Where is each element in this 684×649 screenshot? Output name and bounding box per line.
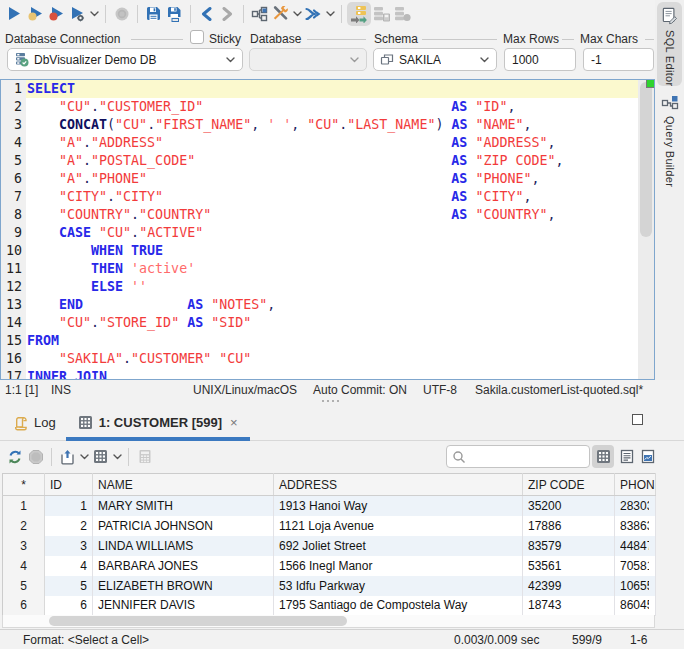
back-button[interactable] bbox=[196, 3, 217, 25]
grid-column-header[interactable]: ZIP CODE bbox=[523, 474, 615, 496]
redirect-output-button[interactable] bbox=[303, 3, 324, 25]
row-number[interactable]: 2 bbox=[3, 516, 45, 536]
grid-column-header[interactable]: ID bbox=[45, 474, 93, 496]
grid-cell[interactable]: 1913 Hanoi Way bbox=[274, 496, 523, 516]
row-number[interactable]: 1 bbox=[3, 496, 45, 516]
grid-cell[interactable]: 28303 bbox=[615, 496, 656, 516]
text-view-toggle[interactable] bbox=[616, 445, 638, 468]
editor-line[interactable]: 7 "CITY"."CITY" AS "CITY", bbox=[1, 188, 638, 206]
refresh-button[interactable] bbox=[4, 446, 25, 468]
editor-line[interactable]: 3 CONCAT("CU"."FIRST_NAME", ' ', "CU"."L… bbox=[1, 116, 638, 134]
export-button[interactable] bbox=[57, 446, 78, 468]
stop-button[interactable] bbox=[111, 3, 132, 25]
sql-history-button[interactable] bbox=[249, 3, 270, 25]
rollback-button[interactable] bbox=[392, 3, 413, 25]
chart-view-toggle[interactable] bbox=[637, 445, 659, 468]
grid-cell[interactable]: 83863 bbox=[615, 516, 656, 536]
tab-result-customer[interactable]: 1: CUSTOMER [599] × bbox=[66, 405, 250, 441]
grid-cell[interactable]: 692 Joliet Street bbox=[274, 536, 523, 556]
export-dropdown[interactable] bbox=[78, 446, 90, 468]
grid-column-header[interactable]: ADDRESS bbox=[274, 474, 523, 496]
execute-with-options-button[interactable] bbox=[67, 3, 88, 25]
editor-line[interactable]: 9 CASE "CU"."ACTIVE" bbox=[1, 224, 638, 242]
tab-sql-editor[interactable]: SQL Editor bbox=[657, 2, 682, 86]
grid-cell[interactable]: 70581 bbox=[615, 556, 656, 576]
max-rows-input[interactable]: 1000 bbox=[504, 48, 576, 71]
row-number[interactable]: 3 bbox=[3, 536, 45, 556]
editor-line[interactable]: 13 END AS "NOTES", bbox=[1, 296, 638, 314]
grid-cell[interactable]: 17886 bbox=[523, 516, 615, 536]
tools-dropdown[interactable] bbox=[291, 3, 303, 25]
forward-button[interactable] bbox=[217, 3, 238, 25]
grid-cell[interactable]: 10655 bbox=[615, 576, 656, 596]
grid-options-button[interactable] bbox=[90, 446, 111, 468]
editor-line[interactable]: 8 "COUNTRY"."COUNTRY" AS "COUNTRY", bbox=[1, 206, 638, 224]
editor-line[interactable]: 2 "CU"."CUSTOMER_ID" AS "ID", bbox=[1, 98, 638, 116]
tab-query-builder[interactable]: Query Builder bbox=[657, 89, 682, 193]
grid-cell[interactable]: 53561 bbox=[523, 556, 615, 576]
max-chars-input[interactable]: -1 bbox=[583, 48, 654, 71]
sticky-checkbox[interactable] bbox=[190, 30, 204, 44]
grid-cell[interactable]: 1 bbox=[45, 496, 93, 516]
row-number[interactable]: 6 bbox=[3, 596, 45, 616]
grid-cell[interactable]: 86045 bbox=[615, 596, 656, 616]
grid-cell[interactable]: 1795 Santiago de Compostela Way bbox=[274, 596, 523, 616]
execute-options-dropdown[interactable] bbox=[88, 3, 100, 25]
grid-column-header[interactable]: PHONE bbox=[615, 474, 656, 496]
editor-line[interactable]: 4 "A"."ADDRESS" AS "ADDRESS", bbox=[1, 134, 638, 152]
grid-cell[interactable]: 35200 bbox=[523, 496, 615, 516]
grid-cell[interactable]: 44847 bbox=[615, 536, 656, 556]
grid-horizontal-scrollbar[interactable] bbox=[2, 615, 655, 628]
editor-line[interactable]: 1SELECT bbox=[1, 80, 638, 98]
editor-line[interactable]: 17INNER JOIN bbox=[1, 368, 638, 380]
schema-select[interactable]: SAKILA bbox=[373, 48, 497, 71]
editor-line[interactable]: 12 ELSE '' bbox=[1, 278, 638, 296]
save-button[interactable] bbox=[143, 3, 164, 25]
execute-button[interactable] bbox=[4, 3, 25, 25]
editor-scrollbar-thumb[interactable] bbox=[640, 82, 652, 237]
grid-cell[interactable]: 3 bbox=[45, 536, 93, 556]
maximize-pane-button[interactable] bbox=[632, 414, 643, 425]
tools-button[interactable] bbox=[270, 3, 291, 25]
grid-cell[interactable]: JENNIFER DAVIS bbox=[93, 596, 274, 616]
sql-editor[interactable]: 1SELECT2 "CU"."CUSTOMER_ID" AS "ID",3 CO… bbox=[0, 79, 655, 380]
grid-cell[interactable]: 42399 bbox=[523, 576, 615, 596]
editor-line[interactable]: 11 THEN 'active' bbox=[1, 260, 638, 278]
grid-cell[interactable]: PATRICIA JOHNSON bbox=[93, 516, 274, 536]
grid-cell[interactable]: 6 bbox=[45, 596, 93, 616]
grid-view-toggle[interactable] bbox=[592, 445, 614, 468]
grid-cell[interactable]: 5 bbox=[45, 576, 93, 596]
connection-select[interactable]: DbVisualizer Demo DB bbox=[7, 48, 243, 71]
grid-cell[interactable]: ELIZABETH BROWN bbox=[93, 576, 274, 596]
editor-line[interactable]: 6 "A"."PHONE" AS "PHONE", bbox=[1, 170, 638, 188]
grid-cell[interactable]: 4 bbox=[45, 556, 93, 576]
grid-cell[interactable]: BARBARA JONES bbox=[93, 556, 274, 576]
grid-column-header[interactable]: NAME bbox=[93, 474, 274, 496]
stop-load-button[interactable] bbox=[25, 446, 46, 468]
calculator-button[interactable] bbox=[134, 446, 155, 468]
result-search-input[interactable] bbox=[446, 445, 590, 468]
editor-line[interactable]: 16 "SAKILA"."CUSTOMER" "CU" bbox=[1, 350, 638, 368]
editor-scrollbar[interactable] bbox=[638, 80, 654, 379]
grid-cell[interactable]: 83579 bbox=[523, 536, 615, 556]
database-select[interactable] bbox=[249, 48, 367, 71]
execute-buffer-button[interactable] bbox=[46, 3, 67, 25]
editor-line[interactable]: 5 "A"."POSTAL_CODE" AS "ZIP CODE", bbox=[1, 152, 638, 170]
commit-button[interactable] bbox=[371, 3, 392, 25]
grid-cell[interactable]: 1566 Inegl Manor bbox=[274, 556, 523, 576]
grid-cell[interactable]: MARY SMITH bbox=[93, 496, 274, 516]
tab-log[interactable]: Log bbox=[0, 405, 66, 441]
execute-current-button[interactable] bbox=[25, 3, 46, 25]
redirect-dropdown[interactable] bbox=[324, 3, 336, 25]
close-tab-icon[interactable]: × bbox=[230, 415, 238, 430]
grid-cell[interactable]: 53 Idfu Parkway bbox=[274, 576, 523, 596]
editor-line[interactable]: 10 WHEN TRUE bbox=[1, 242, 638, 260]
grid-cell[interactable]: LINDA WILLIAMS bbox=[93, 536, 274, 556]
grid-cell[interactable]: 18743 bbox=[523, 596, 615, 616]
grid-options-dropdown[interactable] bbox=[111, 446, 123, 468]
grid-hscroll-thumb[interactable] bbox=[49, 616, 347, 626]
save-as-button[interactable] bbox=[164, 3, 185, 25]
grid-column-header[interactable]: * bbox=[3, 474, 45, 496]
grid-cell[interactable]: 1121 Loja Avenue bbox=[274, 516, 523, 536]
row-number[interactable]: 4 bbox=[3, 556, 45, 576]
